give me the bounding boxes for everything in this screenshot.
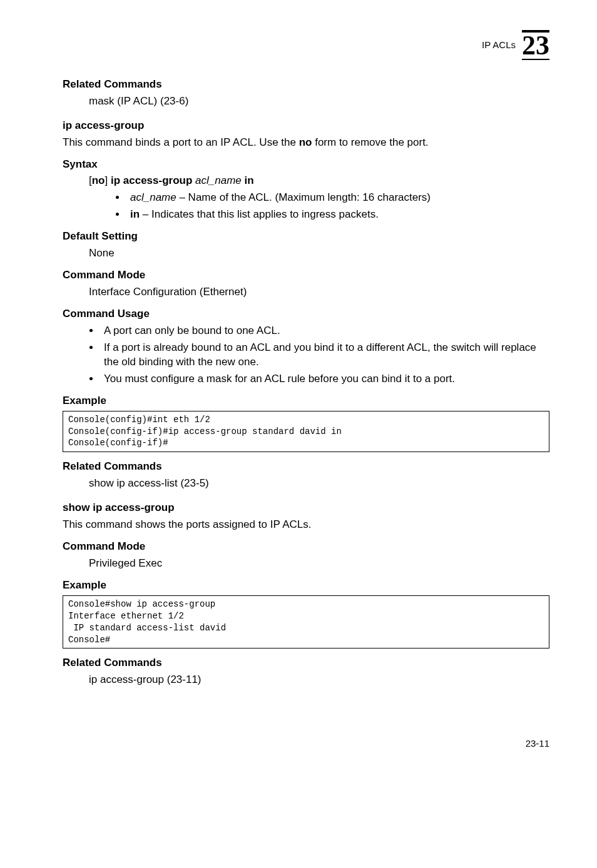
syntax-bullets: acl_name – Name of the ACL. (Maximum len…	[115, 191, 549, 222]
command-mode-heading-2: Command Mode	[63, 540, 549, 554]
iag-intro-a: This command binds a port to an IP ACL. …	[63, 136, 299, 148]
command-mode-body-2: Privileged Exec	[89, 557, 549, 571]
syntax-bracket-close: ]	[105, 174, 111, 186]
usage-bullet-1: A port can only be bound to one ACL.	[100, 324, 549, 338]
syntax-bullet-2: in – Indicates that this list applies to…	[126, 208, 549, 222]
default-setting-body: None	[89, 246, 549, 261]
example-heading-2: Example	[63, 578, 549, 593]
chapter-number: 23	[522, 30, 549, 60]
syntax-cmd: ip access-group	[111, 174, 192, 186]
related-commands-heading-2: Related Commands	[63, 460, 549, 474]
example-code-1: Console(config)#int eth 1/2 Console(conf…	[63, 411, 549, 453]
related-commands-body-3: ip access-group (23-11)	[89, 673, 549, 687]
page-footer: 23-11	[63, 737, 549, 750]
related-commands-heading-1: Related Commands	[63, 78, 549, 92]
syntax-b2-rest: – Indicates that this list applies to in…	[140, 208, 379, 220]
iag-intro-no: no	[299, 136, 312, 148]
iag-intro-c: form to remove the port.	[312, 136, 428, 148]
syntax-bullet-1: acl_name – Name of the ACL. (Maximum len…	[126, 191, 549, 205]
ip-access-group-heading: ip access-group	[63, 119, 549, 133]
command-mode-body-1: Interface Configuration (Ethernet)	[89, 285, 549, 300]
command-usage-list: A port can only be bound to one ACL. If …	[89, 324, 549, 386]
example-heading-1: Example	[63, 394, 549, 408]
page-header: IP ACLs 23	[63, 30, 549, 60]
syntax-in: in	[245, 174, 254, 186]
default-setting-heading: Default Setting	[63, 230, 549, 244]
command-mode-heading-1: Command Mode	[63, 268, 549, 283]
show-ip-access-group-intro: This command shows the ports assigned to…	[63, 518, 549, 532]
related-commands-body-1: mask (IP ACL) (23-6)	[89, 94, 549, 109]
syntax-arg: acl_name	[192, 174, 244, 186]
syntax-b2-in: in	[130, 208, 140, 220]
command-usage-heading: Command Usage	[63, 307, 549, 321]
example-code-2: Console#show ip access-group Interface e…	[63, 595, 549, 649]
syntax-heading: Syntax	[63, 158, 549, 172]
ip-access-group-intro: This command binds a port to an IP ACL. …	[63, 136, 549, 150]
header-label: IP ACLs	[482, 39, 516, 51]
show-ip-access-group-heading: show ip access-group	[63, 501, 549, 515]
related-commands-body-2: show ip access-list (23-5)	[89, 477, 549, 491]
syntax-line: [no] ip access-group acl_name in	[89, 174, 549, 188]
usage-bullet-2: If a port is already bound to an ACL and…	[100, 341, 549, 370]
syntax-no: no	[92, 174, 105, 186]
usage-bullet-3: You must configure a mask for an ACL rul…	[100, 372, 549, 386]
syntax-b1-rest: – Name of the ACL. (Maximum length: 16 c…	[176, 191, 431, 203]
syntax-b1-aclname: acl_name	[130, 191, 176, 203]
related-commands-heading-3: Related Commands	[63, 656, 549, 670]
